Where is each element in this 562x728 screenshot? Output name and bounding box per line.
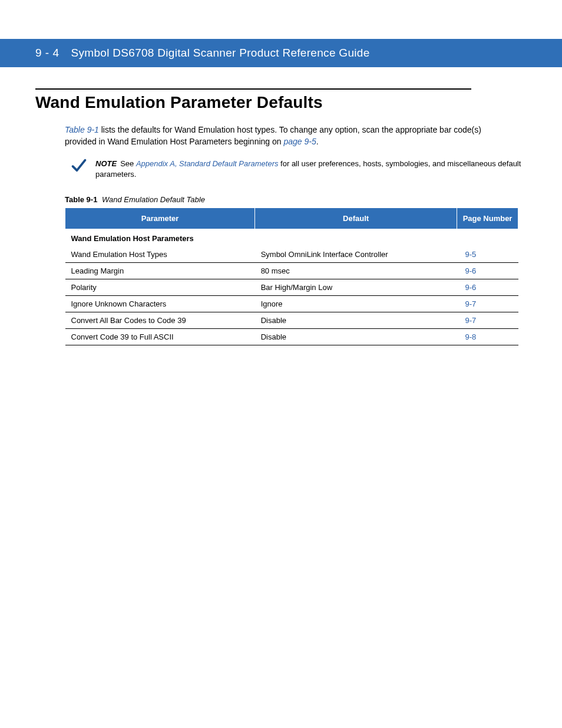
cell-param: Leading Margin xyxy=(65,262,255,279)
cell-page-link[interactable]: 9-8 xyxy=(457,328,518,345)
cell-param: Convert Code 39 to Full ASCII xyxy=(65,328,255,345)
intro-paragraph: Table 9-1 lists the defaults for Wand Em… xyxy=(65,124,513,148)
note-label: NOTE xyxy=(95,159,117,168)
intro-page-xref[interactable]: page 9-5 xyxy=(283,137,316,146)
cell-page-link[interactable]: 9-7 xyxy=(457,295,518,312)
cell-page-link[interactable]: 9-6 xyxy=(457,262,518,279)
cell-param: Wand Emulation Host Types xyxy=(65,246,255,263)
cell-param: Polarity xyxy=(65,279,255,295)
col-parameter: Parameter xyxy=(65,207,255,229)
page-number: 9 - 4 xyxy=(35,47,59,60)
intro-table-ref: Table 9-1 xyxy=(65,125,99,134)
cell-default: Symbol OmniLink Interface Controller xyxy=(255,246,457,263)
section-rule xyxy=(35,88,471,90)
table-row: Polarity Bar High/Margin Low 9-6 xyxy=(65,279,518,295)
table-row: Leading Margin 80 msec 9-6 xyxy=(65,262,518,279)
intro-body: lists the defaults for Wand Emulation ho… xyxy=(65,125,481,146)
checkmark-icon xyxy=(71,157,87,174)
intro-suffix: . xyxy=(316,137,319,146)
table-section-row: Wand Emulation Host Parameters xyxy=(65,229,518,246)
table-row: Ignore Unknown Characters Ignore 9-7 xyxy=(65,295,518,312)
table-caption-label: Table 9-1 xyxy=(65,195,97,204)
cell-default: 80 msec xyxy=(255,262,457,279)
note-prefix: See xyxy=(120,159,136,168)
page-header: 9 - 4 Symbol DS6708 Digital Scanner Prod… xyxy=(0,39,562,67)
doc-title: Symbol DS6708 Digital Scanner Product Re… xyxy=(71,47,370,60)
note-block: NOTESee Appendix A, Standard Default Par… xyxy=(71,159,527,180)
table-caption: Table 9-1 Wand Emulation Default Table xyxy=(65,195,527,204)
cell-default: Bar High/Margin Low xyxy=(255,279,457,295)
cell-default: Ignore xyxy=(255,295,457,312)
page-content: Wand Emulation Parameter Defaults Table … xyxy=(0,67,562,345)
section-heading: Wand Emulation Parameter Defaults xyxy=(35,93,527,112)
note-text: NOTESee Appendix A, Standard Default Par… xyxy=(95,159,527,180)
defaults-table: Parameter Default Page Number Wand Emula… xyxy=(65,207,518,345)
cell-page-link[interactable]: 9-7 xyxy=(457,312,518,328)
table-caption-text: Wand Emulation Default Table xyxy=(102,195,205,204)
cell-page-link[interactable]: 9-5 xyxy=(457,246,518,263)
cell-param: Ignore Unknown Characters xyxy=(65,295,255,312)
table-row: Convert All Bar Codes to Code 39 Disable… xyxy=(65,312,518,328)
col-page: Page Number xyxy=(457,207,518,229)
cell-default: Disable xyxy=(255,312,457,328)
note-xref[interactable]: Appendix A, Standard Default Parameters xyxy=(136,159,279,168)
col-default: Default xyxy=(255,207,457,229)
cell-page-link[interactable]: 9-6 xyxy=(457,279,518,295)
table-row: Wand Emulation Host Types Symbol OmniLin… xyxy=(65,246,518,263)
table-row: Convert Code 39 to Full ASCII Disable 9-… xyxy=(65,328,518,345)
cell-param: Convert All Bar Codes to Code 39 xyxy=(65,312,255,328)
table-section-label: Wand Emulation Host Parameters xyxy=(65,229,518,246)
table-header-row: Parameter Default Page Number xyxy=(65,207,518,229)
cell-default: Disable xyxy=(255,328,457,345)
